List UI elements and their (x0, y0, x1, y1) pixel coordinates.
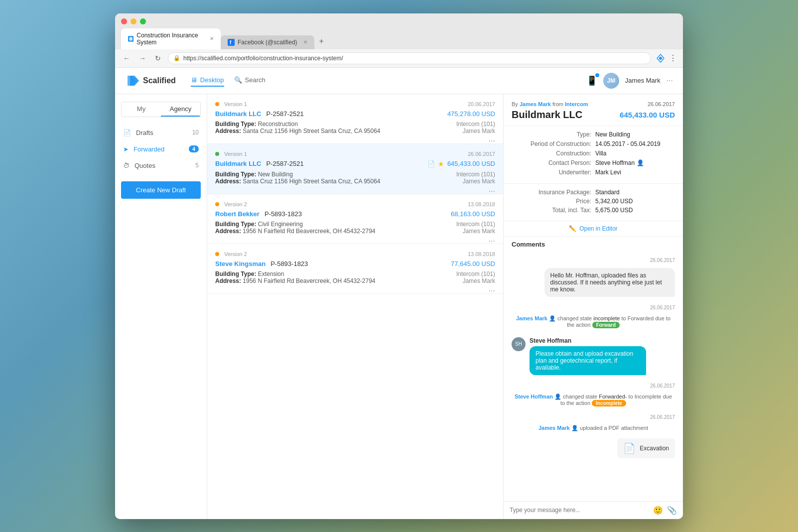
version-label: Version 2 (224, 201, 247, 207)
nav-search-label: Search (245, 76, 266, 84)
quotes-label: Quotes (134, 162, 155, 169)
create-new-draft-button[interactable]: Create New Draft (121, 181, 201, 199)
meta-label: Building Type: (215, 171, 256, 178)
more-options-button[interactable]: ··· (489, 187, 495, 196)
refresh-button[interactable]: ↻ (153, 53, 163, 63)
sidebar-item-quotes[interactable]: ⏱ Quotes 5 (115, 157, 207, 174)
traffic-lights (121, 18, 677, 24)
forwarded-icon: ➤ (123, 145, 129, 153)
browser-tab-cis[interactable]: Construction Insurance System ✕ (121, 28, 221, 49)
fb-tab-icon: f (228, 39, 235, 46)
close-button[interactable] (121, 18, 127, 24)
detail-date: 26.06.2017 (648, 101, 675, 107)
browser-tab-fb[interactable]: f Facebook (@scalified) ✕ (221, 35, 314, 49)
more-options-button[interactable]: ··· (489, 237, 495, 246)
forwarded-badge: 4 (189, 145, 199, 152)
new-tab-button[interactable]: + (314, 33, 329, 49)
fb-tab-close[interactable]: ✕ (303, 39, 307, 45)
client-name[interactable]: Steve Kingsman (215, 260, 266, 267)
address-label: Address: (215, 228, 241, 235)
browser-menu-icon[interactable]: ⋮ (669, 53, 677, 63)
client-name[interactable]: Buildmark LLC (215, 160, 261, 167)
steve-comment-row: SH Steve Hoffman Please obtain and uploa… (512, 337, 675, 375)
state-change-date: 26.06.2017 (512, 305, 675, 310)
upload-text: 👤 uploaded a PDF attachment (571, 425, 648, 431)
browser-actions: ⋮ (656, 53, 677, 63)
comment-bubble: Hello Mr. Hoffman, uploaded files as dis… (544, 268, 675, 297)
state-from: incomplete (593, 315, 621, 321)
amount: 645,433.00 USD (447, 160, 495, 167)
status-dot-green (215, 152, 219, 156)
back-button[interactable]: ← (121, 53, 132, 63)
pdf-attachment[interactable]: 📄 Excavation (617, 438, 675, 458)
state-actor2[interactable]: Steve Hoffman (515, 394, 553, 399)
header-nav: 🖥 Desktop 🔍 Search (191, 74, 586, 87)
forward-button[interactable]: → (137, 53, 148, 63)
state-change-row2: Steve Hoffman 👤 changed state Forwarded-… (512, 394, 675, 406)
steve-avatar: SH (512, 337, 526, 351)
upload-row: James Mark 👤 uploaded a PDF attachment (512, 425, 675, 431)
desktop-icon: 🖥 (191, 76, 197, 84)
client-name[interactable]: Robert Bekker (215, 210, 260, 218)
sidebar-tabs: My Agency (121, 102, 201, 117)
open-in-editor-button[interactable]: ✏️ Open in Editor (504, 221, 683, 236)
status-dot-orange (215, 102, 219, 106)
price-value: 5,342.00 USD (595, 198, 633, 205)
detail-row: Contact Person: Steve Hoffman 👤 (512, 159, 675, 166)
sidebar-tab-agency[interactable]: Agency (161, 102, 200, 117)
nav-search[interactable]: 🔍 Search (234, 74, 266, 87)
sidebar-item-drafts[interactable]: 📄 Drafts 10 (115, 125, 207, 141)
policy-num: P-5893-1823 (265, 210, 302, 218)
comment-date: 26.06.2017 (512, 258, 675, 263)
detail-by-user[interactable]: James Mark (520, 101, 551, 107)
state-actor[interactable]: James Mark (516, 315, 547, 321)
date-label: 26.06.2017 (468, 151, 495, 157)
forward-badge: Forward (592, 322, 620, 328)
user-menu-button[interactable]: ··· (666, 76, 673, 85)
cis-tab-close[interactable]: ✕ (210, 36, 214, 41)
edit-icon: ✏️ (569, 225, 576, 232)
svg-point-3 (659, 57, 662, 60)
status-dot-orange (215, 252, 219, 256)
list-panel: Version 1 20.06.2017 Buildmark LLC P-258… (207, 94, 504, 519)
sidebar-tab-my[interactable]: My (122, 102, 161, 117)
policy-num: P-2587-2521 (266, 160, 303, 167)
detail-row: Period of Construction: 14.05.2017 - 05.… (512, 140, 675, 147)
maximize-button[interactable] (140, 18, 146, 24)
sidebar: My Agency 📄 Drafts 10 ➤ Forwarded 4 (115, 94, 207, 519)
state-change-date2: 26.06.2017 (512, 383, 675, 389)
comments-title: Comments (512, 241, 545, 248)
emoji-icon[interactable]: 🙂 (653, 506, 663, 515)
version-label: Version 1 (224, 101, 247, 107)
attachment-icon[interactable]: 📎 (667, 506, 677, 515)
pdf-name: Excavation (640, 445, 669, 452)
address-input[interactable]: 🔒 https://scalified.com/portfolio/constr… (168, 52, 651, 64)
sidebar-item-forwarded[interactable]: ➤ Forwarded 4 (115, 141, 207, 157)
message-input-area: 🙂 📎 (504, 501, 683, 519)
minimize-button[interactable] (131, 18, 136, 24)
more-options-button[interactable]: ··· (489, 286, 495, 295)
upload-actor[interactable]: James Mark (538, 425, 570, 431)
browser-ext-icon[interactable] (656, 54, 665, 63)
nav-desktop[interactable]: 🖥 Desktop (191, 74, 224, 87)
logo-text: Scalified (143, 76, 176, 85)
amount: 68,163.00 USD (451, 210, 495, 218)
list-item[interactable]: Version 1 20.06.2017 Buildmark LLC P-258… (207, 94, 503, 144)
date-label: 13.08.2018 (468, 251, 495, 257)
contact-person-icon: 👤 (637, 159, 644, 166)
open-editor-label: Open in Editor (579, 225, 618, 232)
star-icon: ★ (438, 160, 444, 168)
notifications-icon[interactable]: 📱 (586, 75, 597, 86)
list-item[interactable]: Version 1 26.06.2017 Buildmark LLC P-258… (207, 144, 503, 194)
list-item[interactable]: Version 2 13.08.2018 Robert Bekker P-589… (207, 194, 503, 244)
agent-name: Intercom (101) (456, 121, 495, 128)
file-icon: 📄 (427, 160, 435, 167)
detail-by-source[interactable]: Intercom (565, 101, 588, 107)
client-name[interactable]: Buildmark LLC (215, 110, 261, 118)
list-item[interactable]: Version 2 13.08.2018 Steve Kingsman P-58… (207, 244, 503, 294)
url-display: https://scalified.com/portfolio/construc… (183, 55, 343, 62)
detail-row: Underwriter: Mark Levi (512, 169, 675, 176)
more-options-button[interactable]: ··· (489, 136, 495, 145)
user-name: James Mark (625, 77, 661, 84)
message-input[interactable] (510, 507, 649, 514)
